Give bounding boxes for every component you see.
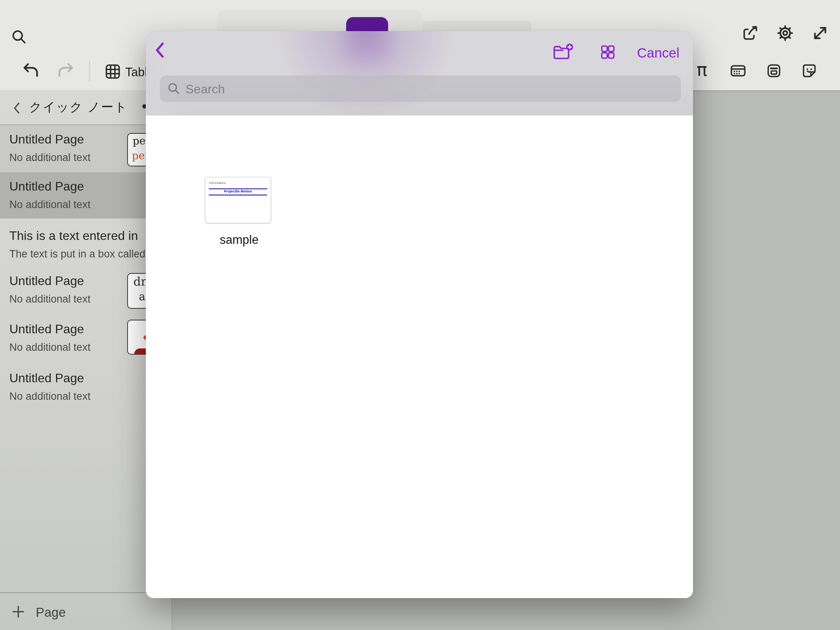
keyboard-icon[interactable] [730,62,747,79]
background-tab-shape [217,10,422,33]
grid-view-icon[interactable] [599,44,616,61]
page-subtitle: No additional text [9,390,91,402]
add-page-button[interactable]: Page [36,605,66,620]
toolbar-divider [89,61,90,82]
back-chevron-icon[interactable] [12,101,22,115]
page-title: Untitled Page [9,274,84,288]
file-picker-sheet: Cancel 2021/08/23 Projectile Motion samp… [146,31,693,598]
app-screen: Table π クイック ノート Untitled Page No addi [0,0,840,630]
preview-title: Projectile Motion [205,189,271,193]
sticker-icon[interactable] [801,62,818,79]
notebook-title: クイック ノート [29,99,128,116]
file-preview: 2021/08/23 Projectile Motion [205,177,271,223]
banner-card-icon[interactable] [765,62,782,79]
file-name-label: sample [200,233,278,247]
search-bar[interactable] [160,75,681,102]
page-subtitle: No additional text [9,199,91,211]
page-subtitle: No additional text [9,341,91,354]
page-title: Untitled Page [9,322,84,336]
math-pi-icon[interactable]: π [696,59,707,80]
preview-rule-line [209,194,267,196]
plus-icon[interactable] [11,604,26,619]
page-subtitle: The text is put in a box called [9,248,145,260]
page-title: This is a text entered in [9,229,138,243]
thumb-ink-text: a [139,290,146,303]
settings-gear-icon[interactable] [776,24,794,42]
table-icon[interactable] [104,63,121,80]
search-bar-icon [167,82,181,96]
redo-icon[interactable] [57,61,75,79]
sheet-back-chevron-icon[interactable] [154,41,166,59]
page-title: Untitled Page [9,179,84,194]
undo-icon[interactable] [22,61,40,79]
file-item-sample[interactable]: 2021/08/23 Projectile Motion sample [200,170,278,256]
expand-icon[interactable] [811,24,829,42]
new-folder-icon[interactable] [552,42,574,62]
cancel-button[interactable]: Cancel [637,45,679,61]
preview-date: 2021/08/23 [209,181,226,185]
page-title: Untitled Page [9,371,84,385]
page-subtitle: No additional text [9,293,91,305]
sheet-content: 2021/08/23 Projectile Motion sample [146,116,693,598]
page-title: Untitled Page [9,132,84,147]
search-input[interactable] [185,75,668,103]
share-icon[interactable] [741,24,759,42]
sheet-header: Cancel [146,31,693,116]
page-subtitle: No additional text [9,152,91,164]
search-icon[interactable] [11,29,27,45]
